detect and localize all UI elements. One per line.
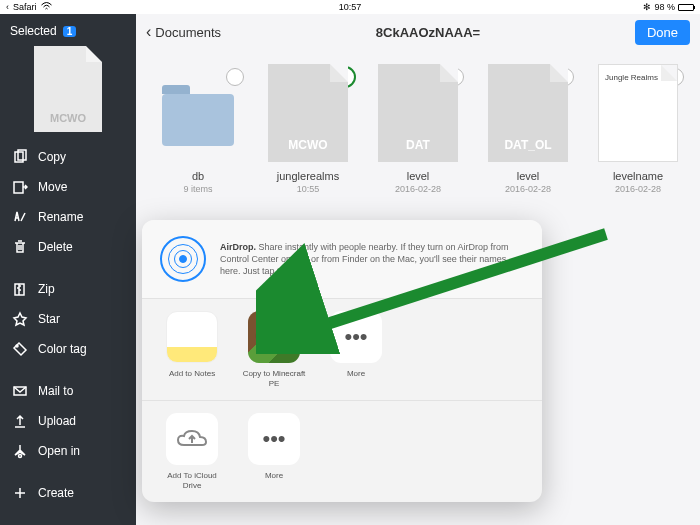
file-item-db[interactable]: db 9 items (150, 64, 246, 194)
copy-icon (12, 149, 28, 165)
svg-point-6 (19, 455, 22, 458)
action-label: More (265, 471, 283, 481)
file-icon: MCWO (268, 64, 348, 162)
icloud-icon (166, 413, 218, 465)
file-name: level (517, 170, 540, 182)
sidebar-label: Color tag (38, 342, 87, 356)
bluetooth-icon: ✻ (643, 2, 651, 12)
sidebar-item-zip[interactable]: Zip (0, 274, 136, 304)
sidebar-label: Rename (38, 210, 83, 224)
share-more-actions[interactable]: ••• More (242, 413, 306, 490)
back-chevron-icon: ‹ (6, 2, 9, 12)
move-icon (12, 179, 28, 195)
selection-count: 1 (63, 26, 77, 37)
rename-icon (12, 209, 28, 225)
sidebar-label: Upload (38, 414, 76, 428)
done-button[interactable]: Done (635, 20, 690, 45)
file-name: junglerealms (277, 170, 339, 182)
share-action-row: Add To iCloud Drive ••• More (142, 400, 542, 502)
more-icon: ••• (330, 311, 382, 363)
sidebar-item-star[interactable]: Star (0, 304, 136, 334)
sidebar-label: Mail to (38, 384, 73, 398)
file-item-junglerealms[interactable]: ✓ MCWO junglerealms 10:55 (260, 64, 356, 194)
status-app: Safari (13, 2, 37, 12)
file-item-level2[interactable]: DAT_OL level 2016-02-28 (480, 64, 576, 194)
sidebar-item-rename[interactable]: Rename (0, 202, 136, 232)
sidebar: Selected 1 MCWO Copy Move Rename Delete … (0, 14, 136, 525)
file-meta: 2016-02-28 (615, 184, 661, 194)
sidebar-item-openin[interactable]: Open in (0, 436, 136, 466)
share-popover: AirDrop. Share instantly with people nea… (142, 220, 542, 502)
tag-icon (12, 341, 28, 357)
file-icon: DAT (378, 64, 458, 162)
notes-icon (166, 311, 218, 363)
plus-icon (12, 485, 28, 501)
airdrop-icon (160, 236, 206, 282)
sidebar-label: Open in (38, 444, 80, 458)
battery-pct: 98 % (654, 2, 675, 12)
sidebar-label: Move (38, 180, 67, 194)
topbar: ‹ Documents 8CkAAOzNAAA= Done (136, 14, 700, 50)
sidebar-item-mail[interactable]: Mail to (0, 376, 136, 406)
battery-icon (678, 4, 694, 11)
file-item-level1[interactable]: DAT level 2016-02-28 (370, 64, 466, 194)
sidebar-label: Zip (38, 282, 55, 296)
sidebar-item-upload[interactable]: Upload (0, 406, 136, 436)
sidebar-item-copy[interactable]: Copy (0, 142, 136, 172)
file-meta: 2016-02-28 (505, 184, 551, 194)
minecraft-icon (248, 311, 300, 363)
status-time: 10:57 (235, 2, 464, 12)
main-panel: ‹ Documents 8CkAAOzNAAA= Done db 9 items… (136, 14, 700, 525)
thumb-label: MCWO (50, 112, 86, 124)
share-more-apps[interactable]: ••• More (324, 311, 388, 388)
sidebar-item-delete[interactable]: Delete (0, 232, 136, 262)
trash-icon (12, 239, 28, 255)
sidebar-label: Create (38, 486, 74, 500)
svg-rect-2 (14, 182, 23, 193)
chevron-left-icon: ‹ (146, 23, 151, 41)
file-icon: DAT_OL (488, 64, 568, 162)
page-title: 8CkAAOzNAAA= (221, 25, 635, 40)
sidebar-label: Star (38, 312, 60, 326)
selection-header: Selected 1 (0, 20, 136, 46)
sidebar-item-create[interactable]: Create (0, 478, 136, 508)
share-copy-to-minecraft[interactable]: Copy to Minecraft PE (242, 311, 306, 388)
action-label: More (347, 369, 365, 379)
select-circle[interactable] (226, 68, 244, 86)
sidebar-label: Delete (38, 240, 73, 254)
share-add-to-notes[interactable]: Add to Notes (160, 311, 224, 388)
text-file-icon: Jungle Realms (598, 64, 678, 162)
selection-label: Selected (10, 24, 57, 38)
airdrop-text: AirDrop. Share instantly with people nea… (220, 241, 524, 277)
selection-thumbnail: MCWO (34, 46, 102, 132)
action-label: Add To iCloud Drive (160, 471, 224, 490)
mail-icon (12, 383, 28, 399)
sidebar-item-move[interactable]: Move (0, 172, 136, 202)
share-add-to-icloud[interactable]: Add To iCloud Drive (160, 413, 224, 490)
file-name: levelname (613, 170, 663, 182)
sidebar-item-colortag[interactable]: Color tag (0, 334, 136, 364)
action-label: Add to Notes (169, 369, 215, 379)
upload-icon (12, 413, 28, 429)
file-item-levelname[interactable]: Jungle Realms levelname 2016-02-28 (590, 64, 686, 194)
share-app-row: Add to Notes Copy to Minecraft PE ••• Mo… (142, 298, 542, 400)
file-name: db (192, 170, 204, 182)
action-label: Copy to Minecraft PE (242, 369, 306, 388)
airdrop-title: AirDrop. (220, 242, 256, 252)
wifi-icon (41, 2, 52, 13)
back-button[interactable]: ‹ Documents (146, 23, 221, 41)
star-icon (12, 311, 28, 327)
file-meta: 10:55 (297, 184, 320, 194)
file-grid: db 9 items ✓ MCWO junglerealms 10:55 DAT… (136, 50, 700, 194)
sidebar-label: Copy (38, 150, 66, 164)
back-label: Documents (155, 25, 221, 40)
airdrop-body: Share instantly with people nearby. If t… (220, 242, 508, 276)
more-icon: ••• (248, 413, 300, 465)
status-bar: ‹ Safari 10:57 ✻ 98 % (0, 0, 700, 14)
file-meta: 9 items (183, 184, 212, 194)
airdrop-section[interactable]: AirDrop. Share instantly with people nea… (142, 220, 542, 298)
file-meta: 2016-02-28 (395, 184, 441, 194)
zip-icon (12, 281, 28, 297)
openin-icon (12, 443, 28, 459)
file-name: level (407, 170, 430, 182)
